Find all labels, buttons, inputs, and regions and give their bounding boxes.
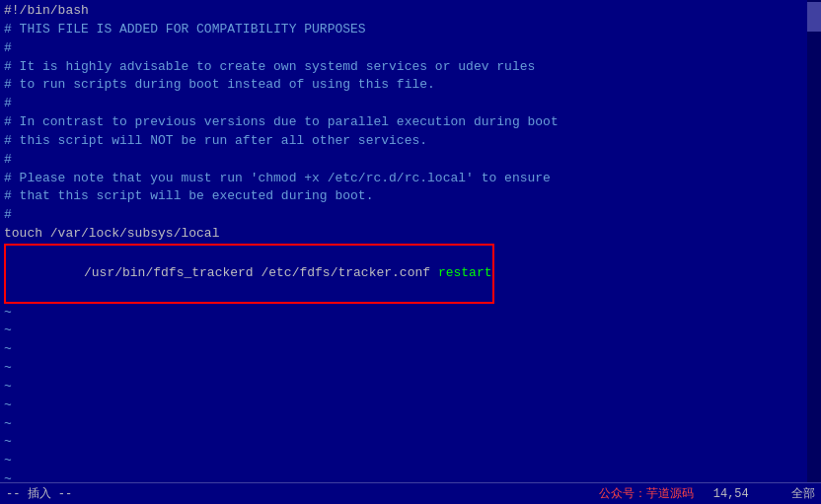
line-2: # THIS FILE IS ADDED FOR COMPATIBILITY P… [4, 21, 807, 39]
line-code-touch: touch /var/lock/subsys/local [4, 225, 219, 244]
scrollbar-thumb[interactable] [807, 2, 821, 32]
line-6: # [4, 95, 807, 113]
editor-inner: #!/bin/bash # THIS FILE IS ADDED FOR COM… [0, 0, 821, 482]
position-right: 全部 [791, 487, 815, 501]
tilde-line-7: ~ [4, 415, 807, 434]
line-hash-3: # [4, 151, 12, 170]
line-hash-4: # [4, 206, 12, 225]
tilde-line-8: ~ [4, 433, 807, 452]
status-mode: -- 插入 -- [6, 485, 72, 502]
command-text: /usr/bin/fdfs_trackerd /etc/fdfs/tracker… [84, 265, 438, 280]
tilde-line-6: ~ [4, 396, 807, 415]
status-bar: -- 插入 -- 公众号：芋道源码 14,54 全部 [0, 482, 821, 504]
editor-content[interactable]: #!/bin/bash # THIS FILE IS ADDED FOR COM… [0, 0, 821, 482]
line-comment-1: # THIS FILE IS ADDED FOR COMPATIBILITY P… [4, 21, 366, 39]
position-info: 14,54 全部 [713, 485, 815, 502]
status-right: 公众号：芋道源码 14,54 全部 [599, 485, 815, 502]
line-13: touch /var/lock/subsys/local [4, 225, 807, 244]
tilde-line-4: ~ [4, 359, 807, 378]
watermark-text: 公众号：芋道源码 [599, 485, 694, 502]
restart-keyword: restart [438, 265, 492, 280]
line-12: # [4, 206, 807, 225]
line-4: # It is highly advisable to create own s… [4, 58, 807, 77]
line-9: # [4, 151, 807, 170]
tilde-line-1: ~ [4, 304, 807, 323]
line-comment-7: # that this script will be executed duri… [4, 187, 373, 206]
line-10: # Please note that you must run 'chmod +… [4, 170, 807, 188]
line-7: # In contrast to previous versions due t… [4, 113, 807, 132]
tilde-line-3: ~ [4, 340, 807, 359]
line-hash-2: # [4, 95, 12, 113]
line-3: # [4, 39, 807, 58]
tilde-line-2: ~ [4, 322, 807, 340]
line-comment-5: # this script will NOT be run after all … [4, 132, 427, 151]
cursor-position: 14,54 [713, 487, 749, 501]
scrollbar[interactable] [807, 0, 821, 482]
line-comment-4: # In contrast to previous versions due t… [4, 113, 559, 132]
line-11: # that this script will be executed duri… [4, 187, 807, 206]
line-shebang: #!/bin/bash [4, 2, 89, 21]
tilde-line-9: ~ [4, 452, 807, 470]
tilde-line-10: ~ [4, 470, 807, 482]
editor-container: #!/bin/bash # THIS FILE IS ADDED FOR COM… [0, 0, 821, 504]
line-8: # this script will NOT be run after all … [4, 132, 807, 151]
line-comment-6: # Please note that you must run 'chmod +… [4, 170, 551, 188]
line-14-highlighted: /usr/bin/fdfs_trackerd /etc/fdfs/tracker… [4, 244, 807, 304]
line-5: # to run scripts during boot instead of … [4, 76, 807, 95]
line-comment-3: # to run scripts during boot instead of … [4, 76, 435, 95]
line-comment-2: # It is highly advisable to create own s… [4, 58, 535, 77]
highlighted-command-box: /usr/bin/fdfs_trackerd /etc/fdfs/tracker… [4, 244, 494, 304]
line-1: #!/bin/bash [4, 2, 807, 21]
line-hash-1: # [4, 39, 12, 58]
tilde-line-5: ~ [4, 378, 807, 396]
